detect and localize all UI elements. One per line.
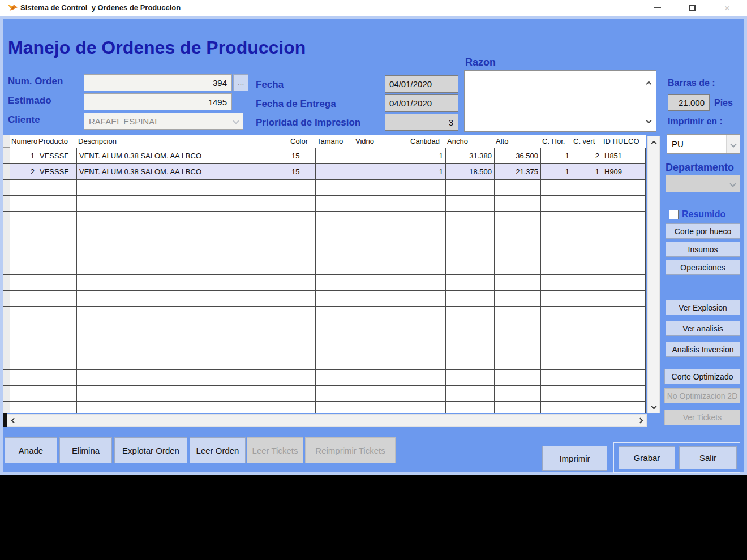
scroll-left-button[interactable] bbox=[7, 415, 20, 426]
salir-button[interactable]: Salir bbox=[679, 446, 737, 469]
row-selector[interactable] bbox=[3, 148, 10, 163]
table-row[interactable] bbox=[3, 306, 646, 322]
num-orden-input[interactable]: 394 bbox=[84, 74, 232, 91]
table-cell bbox=[602, 322, 646, 338]
table-cell bbox=[10, 354, 37, 369]
table-row[interactable] bbox=[3, 211, 646, 227]
chevron-down-icon[interactable] bbox=[229, 113, 243, 129]
table-row[interactable]: 1VESSSFVENT. ALUM 0.38 SALOM. AA LBCO151… bbox=[3, 148, 646, 163]
table-cell bbox=[572, 338, 602, 354]
resumido-checkbox[interactable]: Resumido bbox=[669, 209, 725, 219]
minimize-button[interactable] bbox=[644, 0, 670, 16]
table-cell bbox=[10, 211, 37, 227]
estimado-input[interactable]: 1495 bbox=[84, 93, 232, 110]
table-cell bbox=[602, 211, 646, 227]
scroll-down-icon[interactable] bbox=[647, 115, 651, 125]
leer-orden-button[interactable]: Leer Orden bbox=[190, 437, 246, 463]
imprimir-en-combobox[interactable]: PU bbox=[667, 134, 740, 154]
order-items-grid[interactable]: NumeroProductoDescripcionColorTamanoVidr… bbox=[3, 135, 646, 413]
barras-input[interactable]: 21.000 bbox=[668, 94, 710, 111]
row-selector[interactable] bbox=[3, 401, 10, 413]
scroll-up-icon[interactable] bbox=[647, 78, 651, 88]
table-row[interactable] bbox=[3, 369, 646, 385]
table-cell bbox=[316, 259, 354, 274]
scroll-down-button[interactable] bbox=[648, 400, 659, 412]
window-title: Sistema de Control y Ordenes de Producci… bbox=[20, 3, 181, 12]
table-cell bbox=[572, 290, 602, 306]
scroll-up-button[interactable] bbox=[648, 137, 659, 149]
table-row[interactable] bbox=[3, 322, 646, 338]
table-row[interactable]: 2VESSSFVENT. ALUM 0.38 SALOM. AA LBCO151… bbox=[3, 163, 646, 179]
table-row[interactable] bbox=[3, 354, 646, 369]
row-selector[interactable] bbox=[3, 163, 10, 179]
table-cell bbox=[541, 179, 572, 195]
table-cell bbox=[602, 227, 646, 243]
ver-analisis-button[interactable]: Ver analisis bbox=[666, 321, 740, 336]
row-selector[interactable] bbox=[3, 195, 10, 211]
row-selector[interactable] bbox=[3, 385, 10, 401]
horizontal-scrollbar[interactable] bbox=[7, 414, 647, 427]
row-selector[interactable] bbox=[3, 322, 10, 338]
vertical-scrollbar[interactable] bbox=[647, 136, 660, 413]
close-button[interactable]: × bbox=[714, 0, 740, 16]
table-row[interactable] bbox=[3, 338, 646, 354]
row-selector[interactable] bbox=[3, 290, 10, 306]
row-selector[interactable] bbox=[3, 306, 10, 322]
elimina-button[interactable]: Elimina bbox=[59, 437, 112, 463]
ver-explosion-button[interactable]: Ver Explosion bbox=[666, 300, 740, 315]
analisis-inversion-button[interactable]: Analisis Inversion bbox=[666, 342, 740, 357]
table-cell bbox=[316, 338, 354, 354]
maximize-button[interactable] bbox=[679, 0, 705, 16]
departamento-combobox[interactable] bbox=[666, 175, 740, 192]
row-selector[interactable] bbox=[3, 354, 10, 369]
row-selector[interactable] bbox=[3, 227, 10, 243]
row-selector[interactable] bbox=[3, 338, 10, 354]
table-cell bbox=[409, 179, 446, 195]
anade-button[interactable]: Anade bbox=[5, 437, 57, 463]
corte-por-hueco-button[interactable]: Corte por hueco bbox=[666, 223, 740, 239]
table-row[interactable] bbox=[3, 401, 646, 413]
row-selector[interactable] bbox=[3, 243, 10, 259]
cliente-combobox[interactable]: RAFAEL ESPINAL bbox=[84, 113, 243, 130]
insumos-button[interactable]: Insumos bbox=[666, 242, 740, 257]
checkbox-icon[interactable] bbox=[669, 210, 679, 219]
chevron-down-icon[interactable] bbox=[726, 175, 740, 192]
table-cell bbox=[354, 338, 409, 354]
imprimir-button[interactable]: Imprimir bbox=[542, 446, 607, 471]
table-row[interactable] bbox=[3, 259, 646, 274]
row-selector[interactable] bbox=[3, 211, 10, 227]
razon-textarea[interactable] bbox=[464, 70, 656, 132]
explotar-orden-button[interactable]: Explotar Orden bbox=[114, 437, 187, 463]
row-selector[interactable] bbox=[3, 274, 10, 290]
table-row[interactable] bbox=[3, 274, 646, 290]
table-row[interactable] bbox=[3, 195, 646, 211]
table-cell bbox=[77, 322, 289, 338]
num-orden-browse-button[interactable]: ... bbox=[233, 74, 248, 91]
table-row[interactable] bbox=[3, 179, 646, 195]
table-cell bbox=[37, 227, 77, 243]
table-row[interactable] bbox=[3, 385, 646, 401]
table-cell bbox=[541, 211, 572, 227]
operaciones-button[interactable]: Operaciones bbox=[666, 260, 740, 275]
fecha-input[interactable]: 04/01/2020 bbox=[385, 75, 458, 93]
grabar-button[interactable]: Grabar bbox=[619, 446, 675, 469]
chevron-down-icon[interactable] bbox=[726, 135, 740, 153]
table-cell bbox=[572, 195, 602, 211]
column-header: C. Hor. bbox=[541, 135, 572, 148]
prioridad-input[interactable]: 3 bbox=[385, 114, 458, 131]
table-row[interactable] bbox=[3, 290, 646, 306]
fecha-entrega-input[interactable]: 04/01/2020 bbox=[385, 94, 458, 112]
corte-optimizado-button[interactable]: Corte Optimizado bbox=[664, 369, 740, 384]
minimize-icon bbox=[654, 7, 661, 8]
table-cell bbox=[541, 290, 572, 306]
table-cell bbox=[495, 385, 541, 401]
table-cell bbox=[541, 369, 572, 385]
row-selector[interactable] bbox=[3, 259, 10, 274]
row-selector[interactable] bbox=[3, 179, 10, 195]
column-header: Color bbox=[289, 135, 316, 148]
table-cell bbox=[37, 338, 77, 354]
table-row[interactable] bbox=[3, 227, 646, 243]
scroll-right-button[interactable] bbox=[634, 415, 646, 426]
table-row[interactable] bbox=[3, 243, 646, 259]
row-selector[interactable] bbox=[3, 369, 10, 385]
